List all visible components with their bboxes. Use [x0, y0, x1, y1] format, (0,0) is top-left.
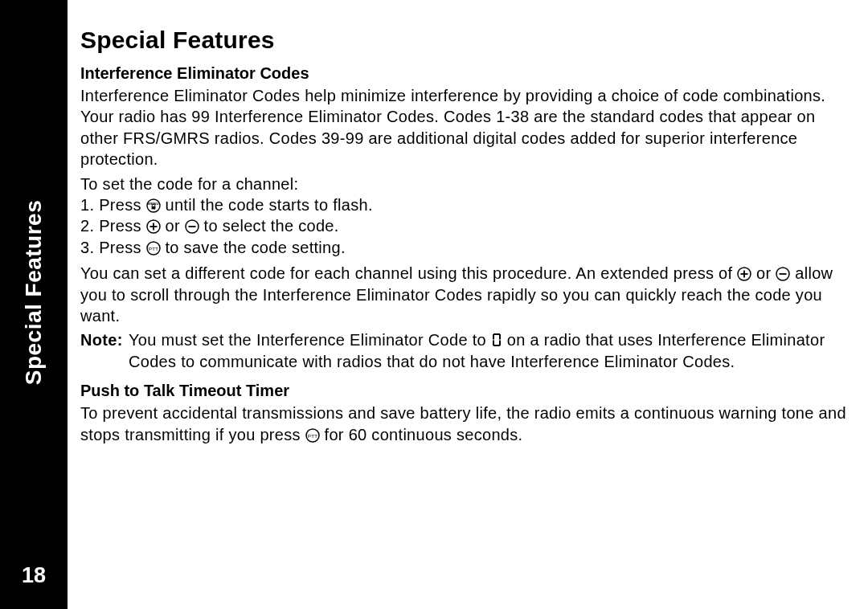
svg-rect-17 — [493, 334, 494, 340]
plus-circle-icon — [737, 267, 751, 281]
menu-lock-icon: MENU — [146, 198, 161, 213]
svg-rect-18 — [499, 334, 501, 340]
sidebar: Special Features 18 — [0, 0, 68, 609]
svg-text:PTT: PTT — [149, 246, 158, 251]
plus-circle-icon — [146, 219, 161, 234]
ptt-circle-icon: PTT — [146, 241, 161, 255]
step3-suffix: to save the code setting. — [161, 239, 346, 256]
svg-rect-2 — [151, 206, 155, 210]
step2-prefix: 2. Press — [80, 217, 146, 235]
minus-circle-icon — [185, 219, 199, 234]
section1-note: Note: You must set the Interference Elim… — [80, 329, 849, 372]
note-label: Note: — [80, 329, 127, 372]
section2-body-b: for 60 continuous seconds. — [320, 426, 523, 443]
section1-after: You can set a different code for each ch… — [80, 263, 849, 326]
manual-page: Special Features 18 Special Features Int… — [0, 0, 868, 609]
section1-intro: Interference Eliminator Codes help minim… — [80, 85, 849, 170]
sidebar-section-label: Special Features — [21, 200, 47, 386]
page-number: 18 — [0, 563, 68, 588]
step2-mid: or — [161, 217, 185, 235]
content-area: Special Features Interference Eliminator… — [68, 0, 868, 609]
step2-suffix: to select the code. — [199, 217, 339, 235]
section2-body: To prevent accidental transmissions and … — [80, 403, 849, 445]
note-a: You must set the Interference Eliminator… — [129, 331, 491, 349]
step-2: 2. Press or to select the code. — [80, 215, 849, 236]
step3-prefix: 3. Press — [80, 239, 146, 256]
svg-rect-16 — [493, 345, 500, 346]
page-title: Special Features — [80, 24, 849, 56]
section2-heading: Push to Talk Timeout Timer — [80, 380, 849, 401]
lcd-zero-icon — [491, 332, 502, 348]
step-1: 1. Press MENU until the code starts to f… — [80, 194, 849, 215]
minus-circle-icon — [776, 267, 790, 281]
step-3: 3. Press PTT to save the code setting. — [80, 237, 849, 258]
section1-lead: To set the code for a channel: — [80, 174, 849, 194]
svg-text:PTT: PTT — [308, 433, 317, 438]
step1-prefix: 1. Press — [80, 196, 146, 214]
after-a: You can set a different code for each ch… — [80, 264, 737, 282]
svg-rect-20 — [499, 341, 501, 346]
note-body: You must set the Interference Eliminator… — [127, 329, 849, 372]
step1-suffix: until the code starts to flash. — [161, 196, 373, 214]
after-mid: or — [751, 264, 776, 282]
section1-heading: Interference Eliminator Codes — [80, 63, 849, 84]
ptt-circle-icon: PTT — [305, 428, 320, 443]
svg-rect-15 — [493, 333, 500, 335]
svg-rect-19 — [493, 341, 494, 346]
